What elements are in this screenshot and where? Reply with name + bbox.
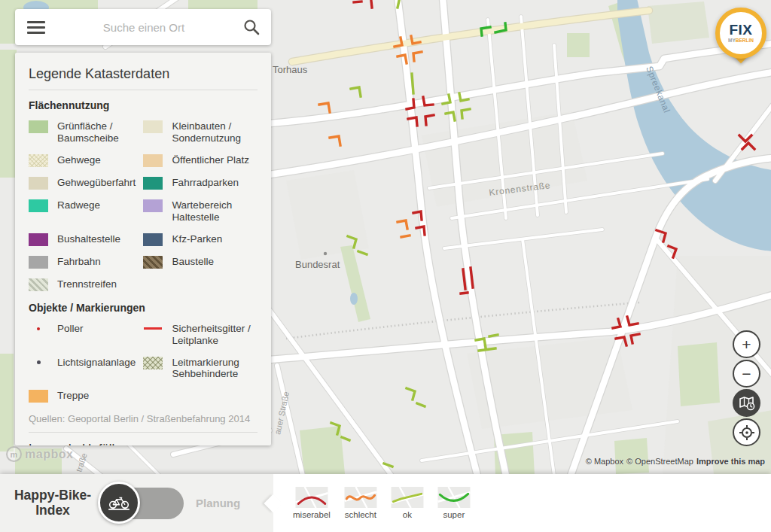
legend-item-label: Öffentlicher Platz: [172, 154, 249, 166]
legend-swatch-wartebereich: [143, 199, 163, 212]
legend-grid-flaechennutzung: Grünfläche / Baumscheibe Kleinbauten / S…: [29, 120, 258, 291]
legend-item: Treppe: [29, 390, 137, 403]
map-attribution: © Mapbox © OpenStreetMap Improve this ma…: [586, 457, 765, 466]
legend-swatch-bushaltestelle: [29, 233, 48, 246]
legend-item: Fahrbahn: [29, 256, 137, 269]
bicycle-icon: [108, 494, 130, 511]
mapbox-wordmark[interactable]: m mapbox: [6, 446, 73, 462]
geolocate-button[interactable]: [733, 418, 760, 446]
layer-toggle-knob[interactable]: [98, 482, 140, 524]
legend-swatch-gehwegueberfahrt: [29, 177, 48, 190]
logo-text-line2: MYBERLIN: [728, 37, 754, 44]
legend-item-label: Baustelle: [172, 256, 214, 268]
happy-bike-index-title: Happy-Bike-Index: [9, 488, 96, 518]
legend-item-label: Bushaltestelle: [57, 233, 120, 245]
legend-title: Legende Katasterdaten: [29, 66, 258, 82]
quality-item-miserabel: miserabel: [293, 487, 331, 519]
legend-item: Leitmarkierung Sehbehinderte: [143, 357, 258, 381]
legend-item-label: Kfz-Parken: [172, 233, 222, 245]
logo-text-fix: FIX: [729, 23, 752, 37]
legend-swatch-fahrradparken: [143, 177, 163, 190]
legend-swatch-sicherheitsgitter: [143, 323, 163, 335]
quality-thumb-super: [437, 487, 471, 508]
legend-item-label: Gehwegüberfahrt: [57, 177, 136, 189]
quality-label: miserabel: [293, 510, 331, 519]
legend-item: Öffentlicher Platz: [143, 154, 258, 167]
legend-item: Radwege: [29, 199, 137, 223]
divider: [29, 90, 258, 90]
legend-item: Lichtsignalanlage: [29, 357, 137, 381]
happy-bike-index-section: Happy-Bike-Index Planung: [0, 474, 273, 532]
quality-thumb-schlecht: [344, 487, 377, 508]
quality-label: ok: [403, 510, 412, 519]
quality-item-super: super: [437, 487, 471, 519]
legend-item: Fahrradparken: [143, 177, 258, 190]
legend-swatch-radwege: [29, 199, 48, 212]
legend-item: Bushaltestelle: [29, 233, 137, 246]
map-label-torhaus: Torhaus: [273, 64, 308, 75]
legend-swatch-fahrbahn: [29, 256, 48, 269]
search-input[interactable]: [45, 20, 242, 35]
legend-item-label: Leitmarkierung Sehbehinderte: [172, 357, 258, 381]
legend-item: Baustelle: [143, 256, 258, 269]
improve-map-link[interactable]: Improve this map: [696, 457, 765, 466]
legend-item-label: Radwege: [57, 199, 100, 211]
legend-item-label: Kleinbauten / Sondernutzung: [172, 120, 258, 144]
legend-panel: Legende Katasterdaten Flächennutzung Grü…: [15, 53, 271, 445]
layers-history-button[interactable]: [733, 389, 760, 417]
legend-swatch-kfz-parken: [143, 233, 163, 246]
legend-item: Grünfläche / Baumscheibe: [29, 120, 137, 144]
legend-item-label: Fahrbahn: [57, 256, 101, 268]
legend-item: Kleinbauten / Sondernutzung: [143, 120, 258, 144]
legend-source: Quellen: Geoportal Berlin / Straßenbefah…: [29, 413, 258, 424]
locate-icon: [738, 424, 756, 442]
legend-swatch-trennstreifen: [29, 278, 48, 291]
legend-item: Wartebereich Haltestelle: [143, 199, 258, 223]
legend-swatch-kleinbauten: [143, 120, 163, 133]
park-area: [648, 2, 709, 44]
plus-icon: +: [742, 336, 751, 354]
legend-item-label: Sicherheitsgitter / Leitplanke: [172, 323, 258, 347]
legend-grid-objekte: Poller Sicherheitsgitter / Leitplanke Li…: [29, 323, 258, 403]
poi-dot: [324, 252, 327, 255]
legend-item: Gehwege: [29, 154, 137, 167]
legend-item: Kfz-Parken: [143, 233, 258, 246]
zoom-out-button[interactable]: −: [733, 360, 760, 388]
legend-swatch-leitmarkierung: [143, 357, 163, 369]
pond: [350, 293, 358, 305]
zoom-in-button[interactable]: +: [733, 330, 760, 358]
app-window: Torhaus Bundesrat Kronenstraße Spreekana…: [0, 0, 771, 532]
logo-pin-circle: FIX MYBERLIN: [715, 8, 766, 59]
legend-item: Sicherheitsgitter / Leitplanke: [143, 323, 258, 347]
legend-section-flaechennutzung: Flächennutzung: [29, 99, 258, 111]
quality-item-schlecht: schlecht: [344, 487, 377, 519]
legend-item-label: Fahrradparken: [172, 177, 239, 189]
menu-button[interactable]: [27, 18, 45, 37]
minus-icon: −: [742, 365, 751, 383]
legend-swatch-treppe: [29, 390, 48, 403]
attribution-osm-link[interactable]: © OpenStreetMap: [626, 457, 693, 466]
legend-item: Trennstreifen: [29, 278, 137, 291]
quality-label: super: [443, 510, 465, 519]
divider: [29, 432, 258, 433]
map-history-icon: [738, 395, 756, 412]
legend-item: Poller: [29, 323, 137, 347]
legend-swatch-gehwege: [29, 154, 48, 167]
quality-legend-section: miserabel schlecht ok: [273, 474, 771, 532]
legend-section-objekte: Objekte / Markierungen: [29, 302, 258, 314]
planung-label[interactable]: Planung: [196, 497, 240, 509]
legend-swatch-lichtsignalanlage: [29, 357, 48, 369]
search-icon[interactable]: [242, 18, 261, 36]
attribution-mapbox-link[interactable]: © Mapbox: [586, 457, 623, 466]
layer-toggle[interactable]: [102, 488, 184, 519]
quality-thumb-ok: [391, 487, 424, 508]
park-area: [0, 354, 14, 451]
bottom-bar: Happy-Bike-Index Planung: [0, 474, 771, 532]
search-bar: [15, 9, 271, 45]
mapbox-logo-icon: m: [6, 446, 22, 462]
fixmyberlin-logo[interactable]: FIX MYBERLIN: [715, 8, 766, 59]
legend-swatch-baustelle: [143, 256, 163, 269]
legend-item-label: Lichtsignalanlage: [57, 357, 136, 369]
logo-pin: FIX MYBERLIN: [715, 8, 766, 59]
legend-item-label: Treppe: [57, 390, 89, 402]
